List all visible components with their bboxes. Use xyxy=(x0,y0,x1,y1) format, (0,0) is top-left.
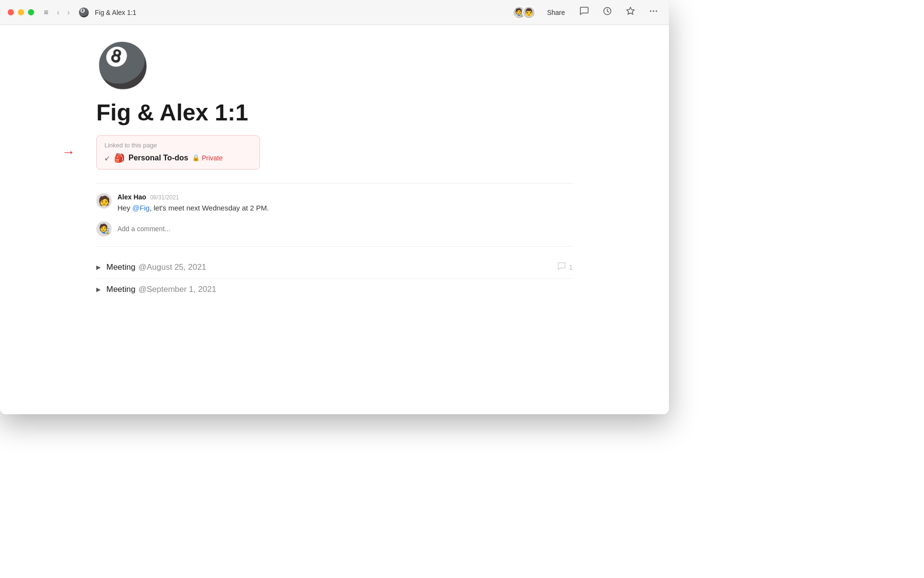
back-button[interactable]: ‹ xyxy=(54,6,62,19)
meeting-date-0: @August 25, 2021 xyxy=(138,263,206,272)
minimize-button[interactable] xyxy=(18,9,24,15)
comment-icon-button[interactable] xyxy=(577,4,592,20)
avatar-group: 🧑‍🎨 👨 xyxy=(513,6,536,19)
meeting-label-0: Meeting xyxy=(106,263,135,272)
private-label: Private xyxy=(202,154,223,162)
arrow-indicator: → xyxy=(62,144,75,160)
linked-label: Linked to this page xyxy=(104,142,252,149)
comment-author: Alex Hao xyxy=(117,193,146,201)
meeting-label-1: Meeting xyxy=(106,285,135,294)
comment-body: Alex Hao 08/31/2021 Hey @Fig, let's meet… xyxy=(117,193,269,214)
link-out-icon[interactable]: ↙ xyxy=(104,154,110,162)
share-button[interactable]: Share xyxy=(543,7,569,18)
meeting-comment-icon-0 xyxy=(557,262,566,273)
comment-text: Hey @Fig, let's meet next Wednesday at 2… xyxy=(117,203,269,214)
svg-point-2 xyxy=(653,11,654,12)
star-icon-button[interactable] xyxy=(623,4,638,20)
divider-top xyxy=(96,183,573,184)
add-comment-input[interactable] xyxy=(117,222,573,236)
comment-item: 🧑 Alex Hao 08/31/2021 Hey @Fig, let's me… xyxy=(96,193,573,214)
comment-mention[interactable]: @Fig xyxy=(132,204,150,212)
titlebar: ≡ ‹ › 🎱 Fig & Alex 1:1 🧑‍🎨 👨 Share xyxy=(0,0,669,25)
page-emoji-large: 🎱 xyxy=(96,44,573,87)
avatar-alex: 👨 xyxy=(522,6,536,19)
close-button[interactable] xyxy=(8,9,14,15)
linked-section: → Linked to this page ↙ 🎒 Personal To-do… xyxy=(96,135,573,170)
meeting-expand-icon-1[interactable]: ▶ xyxy=(96,286,101,293)
main-content: 🎱 Fig & Alex 1:1 → Linked to this page ↙… xyxy=(0,25,669,414)
comment-text-before: Hey xyxy=(117,204,132,212)
comment-date: 08/31/2021 xyxy=(150,194,179,201)
comment-meta: Alex Hao 08/31/2021 xyxy=(117,193,269,201)
menu-icon[interactable]: ≡ xyxy=(44,8,48,17)
meeting-item-1[interactable]: ▶ Meeting @September 1, 2021 xyxy=(96,279,573,300)
history-icon-button[interactable] xyxy=(600,4,615,20)
linked-box: Linked to this page ↙ 🎒 Personal To-dos … xyxy=(96,135,260,170)
linked-page-name[interactable]: Personal To-dos xyxy=(128,154,188,162)
meeting-item-0[interactable]: ▶ Meeting @August 25, 2021 1 xyxy=(96,256,573,279)
private-badge: 🔒 Private xyxy=(192,154,223,162)
meeting-list: ▶ Meeting @August 25, 2021 1 ▶ Meeting @… xyxy=(96,256,573,300)
meeting-expand-icon-0[interactable]: ▶ xyxy=(96,264,101,271)
nav-buttons: ‹ › xyxy=(54,6,73,19)
titlebar-right: 🧑‍🎨 👨 Share xyxy=(513,4,661,20)
commenter-avatar: 🧑 xyxy=(96,193,112,209)
add-comment-row: 🧑‍🎨 xyxy=(96,221,573,236)
comment-text-after: , let's meet next Wednesday at 2 PM. xyxy=(150,204,269,212)
linked-page-emoji: 🎒 xyxy=(114,153,125,163)
linked-items: ↙ 🎒 Personal To-dos 🔒 Private xyxy=(104,153,252,163)
more-icon-button[interactable] xyxy=(646,4,661,20)
comment-section: 🧑 Alex Hao 08/31/2021 Hey @Fig, let's me… xyxy=(96,193,573,237)
page-title: Fig & Alex 1:1 xyxy=(96,100,573,126)
svg-point-3 xyxy=(656,11,657,12)
current-user-avatar: 🧑‍🎨 xyxy=(96,221,112,236)
page-icon-small: 🎱 xyxy=(78,7,89,18)
forward-button[interactable]: › xyxy=(64,6,73,19)
divider-bottom xyxy=(96,246,573,247)
maximize-button[interactable] xyxy=(28,9,34,15)
lock-icon: 🔒 xyxy=(192,154,200,161)
traffic-lights xyxy=(8,9,34,15)
svg-point-1 xyxy=(650,11,652,12)
meeting-date-1: @September 1, 2021 xyxy=(138,285,216,294)
page-title-bar: Fig & Alex 1:1 xyxy=(95,9,136,16)
meeting-comment-number-0: 1 xyxy=(569,263,573,271)
meeting-comment-count-0: 1 xyxy=(557,262,573,273)
